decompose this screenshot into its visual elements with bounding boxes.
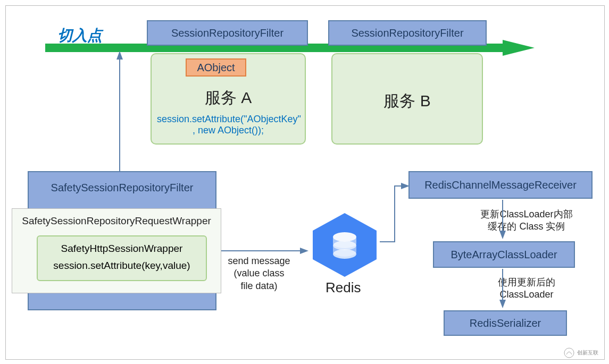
note2-l1: 使用更新后的 bbox=[468, 276, 585, 289]
note2-l2: ClassLoader bbox=[468, 289, 585, 301]
cutin-label: 切入点 bbox=[57, 26, 102, 46]
redis-label: Redis bbox=[326, 280, 361, 296]
connector-receiver-loader bbox=[497, 199, 508, 240]
watermark-icon bbox=[563, 347, 575, 359]
watermark: 创新互联 bbox=[563, 347, 598, 359]
aobject-box: AObject bbox=[186, 58, 246, 77]
safety-filter-label: SafetySessionRepositoryFilter bbox=[51, 182, 194, 194]
service-b-title: 服务 B bbox=[332, 90, 482, 112]
connector-to-redis bbox=[220, 241, 311, 263]
svg-point-2 bbox=[333, 232, 356, 242]
note1-l2: 缓存的 Class 实例 bbox=[463, 221, 590, 233]
watermark-text: 创新互联 bbox=[577, 349, 598, 357]
svg-point-4 bbox=[333, 249, 356, 259]
connector-up bbox=[114, 51, 125, 172]
receiver-box: RedisChannelMessageReceiver bbox=[408, 171, 593, 199]
redis-icon bbox=[307, 210, 382, 280]
service-b-box: 服务 B bbox=[331, 53, 483, 145]
serializer-box: RedisSerializer bbox=[444, 310, 567, 336]
send-msg-l3: file data) bbox=[219, 280, 299, 292]
connector-loader-serializer bbox=[497, 268, 508, 309]
filter-box-b: SessionRepositoryFilter bbox=[328, 20, 487, 46]
send-msg-l2: (value class bbox=[219, 267, 299, 280]
loader-box: ByteArrayClassLoader bbox=[433, 241, 575, 268]
http-wrapper-line1: SafetyHttpSessionWrapper bbox=[38, 243, 206, 255]
note-use-loader: 使用更新后的 ClassLoader bbox=[468, 276, 585, 301]
service-a-code: session.setAttribute("AObjectKey" , new … bbox=[152, 114, 305, 136]
http-wrapper-line2: session.setAttribute(key,value) bbox=[38, 260, 206, 272]
http-wrapper-box: SafetyHttpSessionWrapper session.setAttr… bbox=[37, 235, 207, 281]
service-a-title: 服务 A bbox=[152, 87, 305, 109]
service-a-box: AObject 服务 A session.setAttribute("AObje… bbox=[151, 53, 306, 145]
svg-point-7 bbox=[564, 348, 574, 358]
filter-box-a: SessionRepositoryFilter bbox=[147, 20, 308, 46]
request-wrapper-label: SafetySessionRepositoryRequestWrapper bbox=[12, 215, 221, 227]
note-classloader-update: 更新ClassLoader内部 缓存的 Class 实例 bbox=[463, 208, 590, 233]
svg-point-3 bbox=[333, 241, 356, 250]
connector-redis-receiver bbox=[379, 181, 411, 244]
flow-arrow-head bbox=[503, 40, 535, 56]
request-wrapper-box: SafetySessionRepositoryRequestWrapper Sa… bbox=[12, 208, 221, 293]
note1-l1: 更新ClassLoader内部 bbox=[463, 208, 590, 221]
